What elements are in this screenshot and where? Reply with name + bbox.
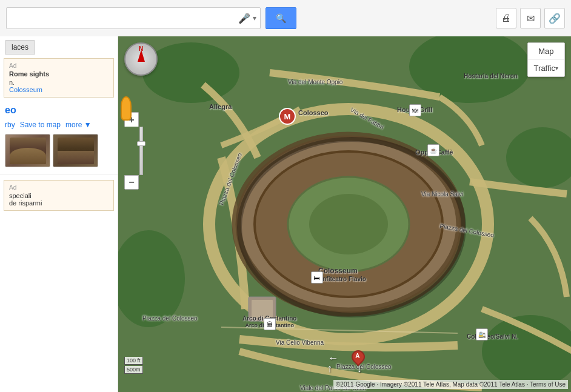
sidebar-places-tab[interactable]: laces [5,40,35,55]
zoom-slider-thumb[interactable] [137,141,145,146]
zoom-slider[interactable] [139,127,143,175]
poi-oppio: ☕ [427,144,439,156]
svg-point-11 [309,194,388,254]
scale-bar: 100 ft 500m [124,357,143,374]
traffic-label: Traffic [534,64,555,73]
ad-subtitle-1: n. [9,79,109,86]
compass-arrow [138,50,145,62]
nearby-link[interactable]: rby [5,121,15,129]
marker-a-label: A [355,353,359,359]
metro-marker[interactable]: M [279,108,296,125]
zoom-out-button[interactable]: − [124,175,139,190]
compass[interactable]: N [124,42,158,76]
search-input[interactable]: piazze del colosseo roma italia [10,13,238,24]
colosseum-main-label: Colosseum [318,267,358,275]
search-box: piazze del colosseo roma italia 🎤 ▾ [6,7,261,29]
traffic-dropdown-arrow[interactable]: ▾ [555,65,558,71]
map-attribution: ©2011 Google · Imagery ©2011 Tele Atlas,… [333,380,568,389]
thumbnail-1[interactable] [5,134,50,167]
sidebar-actions: rby Save to map more ▼ [0,121,118,129]
map-container[interactable]: Via del Monte Oppio Via dei Fabbri Via N… [118,36,571,392]
sidebar-ad-2: Ad speciali de risparmi [4,180,114,211]
pegman[interactable] [121,96,132,121]
email-icon: ✉ [527,13,535,24]
zoom-controls: + − [124,112,158,190]
via-monte-oppio-label: Via del Monte Oppio [288,79,342,85]
search-dropdown-icon[interactable]: ▾ [253,14,256,22]
via-nicola-salvi-label: Via Nicola Salvi [421,191,463,198]
hostaria-label: Hostaria del Neron [464,73,518,79]
sidebar-ad-1: Ad Rome sights n. Colosseum [4,58,114,98]
ad-link-1[interactable]: Colosseum [9,86,42,93]
poi-arch: 🏛 [264,318,276,330]
map-type-controls: Map Traffic ▾ [527,42,565,77]
poi-house-grill: 🍽 [409,104,421,116]
allegra-label: Allegra [209,103,232,110]
result-title[interactable]: eo [0,101,118,117]
print-button[interactable]: 🖨 [496,8,516,28]
nav-up-arrow[interactable]: ↑ [327,362,333,375]
ad-title-1: Rome sights [9,70,109,78]
save-to-map-link[interactable]: Save to map [20,121,61,129]
piazza-colosseo-label-bottom: Piazza del Colosseo [142,315,198,322]
map-controls: N + − [124,42,158,190]
poi-colosseo-salvi: 🚉 [476,328,488,341]
print-icon: 🖨 [501,13,511,24]
link-icon: 🔗 [549,13,561,24]
marker-a-container[interactable]: A [352,350,365,364]
sidebar-thumbnails [0,129,118,172]
link-button[interactable]: 🔗 [544,8,565,28]
metro-colosseo-label: Colosseo [298,109,329,116]
ad-text-1: speciali [9,192,109,199]
thumbnail-2[interactable] [53,134,98,167]
ad-text-2: de risparmi [9,199,109,207]
search-icon: 🔍 [276,13,286,23]
map-type-map-btn[interactable]: Map [528,43,564,60]
colosseo-salvi-label: Colosseo/Salvi N. [467,333,518,340]
via-celio-vibenna-label: Via Celio Vibenna [276,339,324,346]
metro-icon: M [284,112,291,121]
ad-label-2: Ad [9,184,109,191]
microphone-icon[interactable]: 🎤 [238,13,250,24]
scale-m: 500m [124,366,143,374]
poi-hotel: 🛏 [311,271,323,284]
sidebar-divider [0,174,118,175]
header-actions: 🖨 ✉ 🔗 [496,8,565,28]
anfiteatro-label: Anfiteatro Flavio [318,276,366,282]
traffic-button[interactable]: Traffic ▾ [528,60,564,76]
sidebar-collapse-arrow[interactable]: ◀ [118,202,118,227]
more-link[interactable]: more ▼ [65,121,92,129]
email-button[interactable]: ✉ [520,8,541,28]
scale-ft: 100 ft [124,357,143,365]
search-button[interactable]: 🔍 [265,7,296,29]
header: piazze del colosseo roma italia 🎤 ▾ 🔍 🖨 … [0,0,571,36]
ad-label-1: Ad [9,62,109,69]
sidebar: laces Ad Rome sights n. Colosseum eo rby… [0,36,118,392]
